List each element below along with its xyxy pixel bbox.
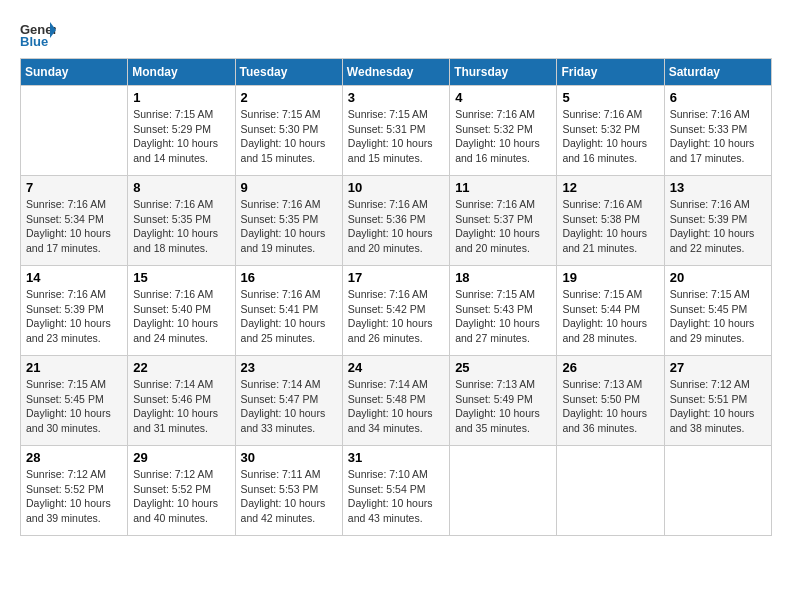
day-number: 14 <box>26 270 122 285</box>
cell-info: Sunrise: 7:12 AM Sunset: 5:51 PM Dayligh… <box>670 377 766 436</box>
calendar-week-3: 14Sunrise: 7:16 AM Sunset: 5:39 PM Dayli… <box>21 266 772 356</box>
calendar-week-2: 7Sunrise: 7:16 AM Sunset: 5:34 PM Daylig… <box>21 176 772 266</box>
logo: General Blue <box>20 20 56 48</box>
calendar-body: 1Sunrise: 7:15 AM Sunset: 5:29 PM Daylig… <box>21 86 772 536</box>
logo-icon: General Blue <box>20 20 56 48</box>
day-number: 4 <box>455 90 551 105</box>
cell-info: Sunrise: 7:16 AM Sunset: 5:35 PM Dayligh… <box>241 197 337 256</box>
calendar-cell: 12Sunrise: 7:16 AM Sunset: 5:38 PM Dayli… <box>557 176 664 266</box>
calendar-cell: 17Sunrise: 7:16 AM Sunset: 5:42 PM Dayli… <box>342 266 449 356</box>
day-header-monday: Monday <box>128 59 235 86</box>
day-number: 29 <box>133 450 229 465</box>
calendar-cell <box>21 86 128 176</box>
calendar-cell: 27Sunrise: 7:12 AM Sunset: 5:51 PM Dayli… <box>664 356 771 446</box>
day-number: 23 <box>241 360 337 375</box>
calendar-cell: 30Sunrise: 7:11 AM Sunset: 5:53 PM Dayli… <box>235 446 342 536</box>
calendar-cell: 6Sunrise: 7:16 AM Sunset: 5:33 PM Daylig… <box>664 86 771 176</box>
cell-info: Sunrise: 7:16 AM Sunset: 5:32 PM Dayligh… <box>562 107 658 166</box>
day-header-saturday: Saturday <box>664 59 771 86</box>
cell-info: Sunrise: 7:16 AM Sunset: 5:35 PM Dayligh… <box>133 197 229 256</box>
calendar-header-row: SundayMondayTuesdayWednesdayThursdayFrid… <box>21 59 772 86</box>
calendar-cell: 24Sunrise: 7:14 AM Sunset: 5:48 PM Dayli… <box>342 356 449 446</box>
cell-info: Sunrise: 7:15 AM Sunset: 5:29 PM Dayligh… <box>133 107 229 166</box>
cell-info: Sunrise: 7:16 AM Sunset: 5:41 PM Dayligh… <box>241 287 337 346</box>
calendar-cell: 28Sunrise: 7:12 AM Sunset: 5:52 PM Dayli… <box>21 446 128 536</box>
day-number: 2 <box>241 90 337 105</box>
cell-info: Sunrise: 7:15 AM Sunset: 5:45 PM Dayligh… <box>670 287 766 346</box>
calendar-cell: 2Sunrise: 7:15 AM Sunset: 5:30 PM Daylig… <box>235 86 342 176</box>
cell-info: Sunrise: 7:16 AM Sunset: 5:32 PM Dayligh… <box>455 107 551 166</box>
day-number: 9 <box>241 180 337 195</box>
calendar-cell <box>557 446 664 536</box>
calendar-cell <box>664 446 771 536</box>
day-number: 11 <box>455 180 551 195</box>
day-number: 17 <box>348 270 444 285</box>
day-number: 5 <box>562 90 658 105</box>
calendar-table: SundayMondayTuesdayWednesdayThursdayFrid… <box>20 58 772 536</box>
calendar-cell <box>450 446 557 536</box>
calendar-cell: 11Sunrise: 7:16 AM Sunset: 5:37 PM Dayli… <box>450 176 557 266</box>
day-number: 20 <box>670 270 766 285</box>
cell-info: Sunrise: 7:16 AM Sunset: 5:42 PM Dayligh… <box>348 287 444 346</box>
day-number: 8 <box>133 180 229 195</box>
calendar-cell: 15Sunrise: 7:16 AM Sunset: 5:40 PM Dayli… <box>128 266 235 356</box>
day-header-sunday: Sunday <box>21 59 128 86</box>
day-header-wednesday: Wednesday <box>342 59 449 86</box>
day-number: 27 <box>670 360 766 375</box>
day-number: 19 <box>562 270 658 285</box>
cell-info: Sunrise: 7:15 AM Sunset: 5:44 PM Dayligh… <box>562 287 658 346</box>
calendar-week-1: 1Sunrise: 7:15 AM Sunset: 5:29 PM Daylig… <box>21 86 772 176</box>
day-number: 18 <box>455 270 551 285</box>
cell-info: Sunrise: 7:15 AM Sunset: 5:45 PM Dayligh… <box>26 377 122 436</box>
day-number: 10 <box>348 180 444 195</box>
cell-info: Sunrise: 7:14 AM Sunset: 5:46 PM Dayligh… <box>133 377 229 436</box>
day-number: 13 <box>670 180 766 195</box>
cell-info: Sunrise: 7:14 AM Sunset: 5:47 PM Dayligh… <box>241 377 337 436</box>
cell-info: Sunrise: 7:14 AM Sunset: 5:48 PM Dayligh… <box>348 377 444 436</box>
calendar-cell: 19Sunrise: 7:15 AM Sunset: 5:44 PM Dayli… <box>557 266 664 356</box>
calendar-cell: 29Sunrise: 7:12 AM Sunset: 5:52 PM Dayli… <box>128 446 235 536</box>
cell-info: Sunrise: 7:11 AM Sunset: 5:53 PM Dayligh… <box>241 467 337 526</box>
cell-info: Sunrise: 7:12 AM Sunset: 5:52 PM Dayligh… <box>26 467 122 526</box>
calendar-cell: 22Sunrise: 7:14 AM Sunset: 5:46 PM Dayli… <box>128 356 235 446</box>
calendar-cell: 3Sunrise: 7:15 AM Sunset: 5:31 PM Daylig… <box>342 86 449 176</box>
cell-info: Sunrise: 7:16 AM Sunset: 5:40 PM Dayligh… <box>133 287 229 346</box>
day-number: 7 <box>26 180 122 195</box>
calendar-cell: 18Sunrise: 7:15 AM Sunset: 5:43 PM Dayli… <box>450 266 557 356</box>
cell-info: Sunrise: 7:10 AM Sunset: 5:54 PM Dayligh… <box>348 467 444 526</box>
calendar-cell: 25Sunrise: 7:13 AM Sunset: 5:49 PM Dayli… <box>450 356 557 446</box>
calendar-cell: 5Sunrise: 7:16 AM Sunset: 5:32 PM Daylig… <box>557 86 664 176</box>
day-number: 21 <box>26 360 122 375</box>
calendar-cell: 7Sunrise: 7:16 AM Sunset: 5:34 PM Daylig… <box>21 176 128 266</box>
page-header: General Blue <box>20 20 772 48</box>
cell-info: Sunrise: 7:12 AM Sunset: 5:52 PM Dayligh… <box>133 467 229 526</box>
day-number: 1 <box>133 90 229 105</box>
svg-text:Blue: Blue <box>20 34 48 48</box>
calendar-cell: 21Sunrise: 7:15 AM Sunset: 5:45 PM Dayli… <box>21 356 128 446</box>
calendar-cell: 13Sunrise: 7:16 AM Sunset: 5:39 PM Dayli… <box>664 176 771 266</box>
day-number: 12 <box>562 180 658 195</box>
day-number: 25 <box>455 360 551 375</box>
cell-info: Sunrise: 7:16 AM Sunset: 5:39 PM Dayligh… <box>26 287 122 346</box>
day-number: 6 <box>670 90 766 105</box>
day-number: 15 <box>133 270 229 285</box>
cell-info: Sunrise: 7:16 AM Sunset: 5:36 PM Dayligh… <box>348 197 444 256</box>
day-number: 24 <box>348 360 444 375</box>
day-header-friday: Friday <box>557 59 664 86</box>
cell-info: Sunrise: 7:13 AM Sunset: 5:50 PM Dayligh… <box>562 377 658 436</box>
day-number: 31 <box>348 450 444 465</box>
cell-info: Sunrise: 7:15 AM Sunset: 5:43 PM Dayligh… <box>455 287 551 346</box>
day-number: 30 <box>241 450 337 465</box>
calendar-cell: 9Sunrise: 7:16 AM Sunset: 5:35 PM Daylig… <box>235 176 342 266</box>
calendar-cell: 16Sunrise: 7:16 AM Sunset: 5:41 PM Dayli… <box>235 266 342 356</box>
calendar-cell: 8Sunrise: 7:16 AM Sunset: 5:35 PM Daylig… <box>128 176 235 266</box>
cell-info: Sunrise: 7:16 AM Sunset: 5:38 PM Dayligh… <box>562 197 658 256</box>
day-number: 26 <box>562 360 658 375</box>
calendar-cell: 14Sunrise: 7:16 AM Sunset: 5:39 PM Dayli… <box>21 266 128 356</box>
cell-info: Sunrise: 7:16 AM Sunset: 5:33 PM Dayligh… <box>670 107 766 166</box>
calendar-cell: 23Sunrise: 7:14 AM Sunset: 5:47 PM Dayli… <box>235 356 342 446</box>
calendar-cell: 20Sunrise: 7:15 AM Sunset: 5:45 PM Dayli… <box>664 266 771 356</box>
day-header-tuesday: Tuesday <box>235 59 342 86</box>
day-number: 16 <box>241 270 337 285</box>
day-number: 22 <box>133 360 229 375</box>
